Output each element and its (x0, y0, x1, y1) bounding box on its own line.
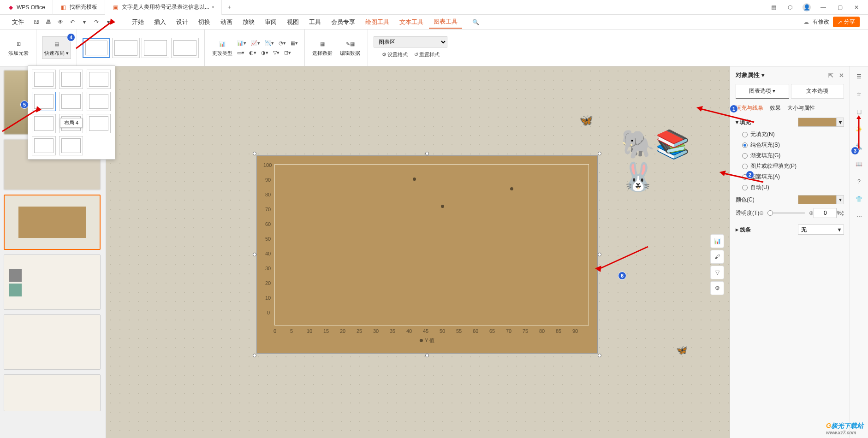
fill-none-radio[interactable]: 无填充(N) (742, 130, 844, 138)
change-type-button[interactable]: 📊 更改类型 (210, 37, 234, 59)
print-preview-icon[interactable]: 👁 (56, 18, 65, 26)
maximize-button[interactable]: ▢ (836, 3, 844, 12)
menu-view[interactable]: 视图 (282, 16, 303, 28)
save-icon[interactable]: 🖫 (32, 18, 41, 26)
layout-option-6[interactable] (87, 92, 111, 111)
chart-object[interactable]: 100 90 80 70 60 50 40 30 20 10 0 0 5 10 … (256, 155, 598, 354)
layout-preset-1[interactable] (83, 38, 110, 58)
chart-style-4[interactable]: ◔▾ (278, 39, 287, 47)
color-picker[interactable]: ▾ (798, 195, 844, 204)
tab-chart-options[interactable]: 图表选项 ▾ (736, 84, 789, 99)
layout-preset-3[interactable] (142, 38, 169, 58)
set-format-button[interactable]: ⚙ 设置格式 (381, 50, 409, 59)
side-tool-help-icon[interactable]: ? (854, 176, 865, 187)
layout-option-2[interactable] (59, 70, 83, 89)
file-menu[interactable]: 文件 (7, 16, 29, 28)
tab-templates[interactable]: ◧ 找稻壳模板 (53, 0, 105, 15)
chart-filter-icon[interactable]: ▽ (710, 266, 724, 279)
undo-dropdown-icon[interactable]: ▾ (80, 18, 89, 26)
pin-icon[interactable]: ⇱ (828, 72, 833, 79)
layout-preset-2[interactable] (112, 38, 140, 58)
layout-option-9[interactable] (87, 114, 111, 133)
close-panel-icon[interactable]: ✕ (839, 72, 844, 79)
chart-elements-icon[interactable]: 📊 (710, 234, 724, 248)
fill-section-header[interactable]: ▾ 填充 ▾ (736, 118, 844, 127)
resize-handle[interactable] (425, 152, 429, 155)
line-section-header[interactable]: ▸ 线条 无▾ (736, 225, 844, 235)
minimize-button[interactable]: — (819, 3, 827, 12)
chart-style-2[interactable]: 📈▾ (250, 39, 261, 47)
quick-layout-button[interactable]: ▤ 快速布局 ▾ (42, 36, 71, 59)
menu-transition[interactable]: 切换 (194, 16, 215, 28)
menu-design[interactable]: 设计 (172, 16, 193, 28)
fill-solid-radio[interactable]: 纯色填充(S) (742, 141, 844, 149)
fill-pattern-radio[interactable]: 图案填充(A) (742, 173, 844, 181)
stepper-icon[interactable]: ▴▾ (842, 209, 844, 217)
layout-option-10[interactable] (32, 136, 56, 155)
subtab-fill-line[interactable]: 填充与线条 (736, 104, 763, 112)
select-data-button[interactable]: ▦ 选择数据 (310, 37, 334, 59)
side-tool-1-icon[interactable]: ☰ (854, 71, 865, 82)
more-dropdown-icon[interactable]: ▾ (104, 18, 113, 26)
cube-icon[interactable]: ⬡ (786, 3, 794, 12)
menu-drawing-tools[interactable]: 绘图工具 (361, 16, 394, 28)
avatar-icon[interactable]: 👤 (803, 3, 811, 12)
menu-home[interactable]: 开始 (127, 16, 149, 28)
chart-style-9[interactable]: ▽▾ (272, 49, 280, 57)
data-point[interactable] (510, 187, 513, 190)
slide-thumb-3[interactable] (4, 195, 101, 250)
chart-settings-icon[interactable]: ⚙ (710, 281, 724, 295)
fill-picture-radio[interactable]: 图片或纹理填充(P) (742, 162, 844, 170)
fill-gradient-radio[interactable]: 渐变填充(G) (742, 152, 844, 160)
transparency-input[interactable] (814, 208, 837, 218)
side-tool-book-icon[interactable]: 📖 (854, 159, 865, 170)
layout-option-5[interactable] (59, 92, 83, 111)
tab-wps-home[interactable]: ◆ WPS Office (0, 0, 53, 15)
cloud-sync-icon[interactable]: ☁ (803, 19, 809, 25)
search-icon[interactable]: 🔍 (472, 19, 479, 25)
slide-thumb-5[interactable] (4, 314, 101, 370)
side-tool-star-icon[interactable]: ☆ (854, 89, 865, 100)
tab-document[interactable]: ▣ 文字是人类用符号记录表达信息以... • (105, 0, 222, 15)
side-tool-magic-icon[interactable]: ✨ (854, 124, 865, 135)
slide-canvas-area[interactable]: 🦋 🐘📚🐰 🦋 100 90 80 70 (106, 66, 730, 438)
side-tool-more-icon[interactable]: ⋯ (854, 211, 865, 222)
menu-member[interactable]: 会员专享 (327, 16, 360, 28)
data-point[interactable] (413, 178, 416, 181)
subtab-effect[interactable]: 效果 (770, 104, 781, 112)
share-button[interactable]: ↗ 分享 (833, 17, 860, 27)
layout-option-3[interactable] (87, 70, 111, 89)
chart-legend[interactable]: Y 值 (420, 337, 434, 344)
resize-handle[interactable] (598, 152, 601, 155)
menu-text-tools[interactable]: 文本工具 (395, 16, 428, 28)
reset-style-button[interactable]: ↺ 重置样式 (413, 50, 440, 59)
menu-review[interactable]: 审阅 (260, 16, 281, 28)
chart-style-3[interactable]: 📉▾ (264, 39, 275, 47)
slide-thumb-4[interactable] (4, 255, 101, 310)
resize-handle[interactable] (598, 354, 601, 357)
chart-style-7[interactable]: ◐▾ (248, 49, 257, 57)
edit-data-button[interactable]: ✎▦ 编辑数据 (338, 37, 362, 59)
add-element-button[interactable]: ⊞ 添加元素 (6, 37, 30, 59)
layout-option-4[interactable] (32, 92, 56, 111)
resize-handle[interactable] (425, 354, 429, 357)
plot-area[interactable] (274, 164, 589, 326)
layout-option-1[interactable] (32, 70, 56, 89)
chart-style-8[interactable]: ◑▾ (260, 49, 269, 57)
resize-handle[interactable] (598, 253, 601, 256)
menu-insert[interactable]: 插入 (149, 16, 171, 28)
chart-element-selector[interactable]: 图表区 (374, 36, 447, 47)
chart-style-1[interactable]: 📊▾ (236, 39, 247, 47)
chart-style-10[interactable]: ⊡▾ (283, 49, 292, 57)
chart-styles-icon[interactable]: 🖌 (710, 250, 724, 264)
new-tab-button[interactable]: ＋ (222, 0, 237, 15)
tab-text-options[interactable]: 文本选项 (791, 84, 844, 99)
chart-style-6[interactable]: ▭▾ (236, 49, 245, 57)
menu-animation[interactable]: 动画 (216, 16, 237, 28)
transparency-slider[interactable] (767, 212, 805, 214)
redo-icon[interactable]: ↷ (92, 18, 101, 26)
resize-handle[interactable] (253, 253, 256, 256)
subtab-size[interactable]: 大小与属性 (787, 104, 815, 112)
menu-tools[interactable]: 工具 (304, 16, 326, 28)
layout-option-7[interactable] (32, 114, 56, 133)
